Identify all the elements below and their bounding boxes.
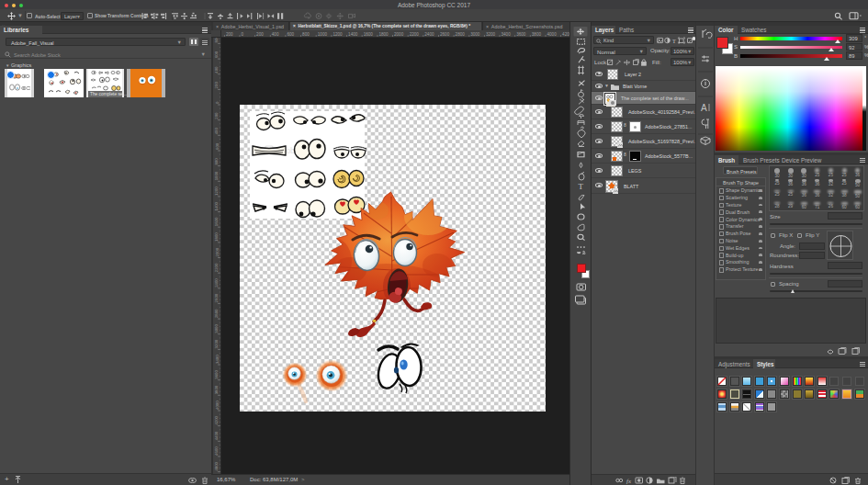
svg-text:4400: 4400 bbox=[215, 431, 220, 440]
svg-text:2000: 2000 bbox=[394, 32, 404, 37]
svg-text:1200: 1200 bbox=[333, 32, 343, 37]
svg-text:3400: 3400 bbox=[502, 32, 512, 37]
svg-text:2000: 2000 bbox=[215, 247, 220, 256]
svg-text:2400: 2400 bbox=[424, 32, 434, 37]
svg-text:3000: 3000 bbox=[470, 32, 480, 37]
svg-text:2600: 2600 bbox=[440, 32, 450, 37]
svg-text:4600: 4600 bbox=[215, 446, 220, 456]
svg-text:200: 200 bbox=[215, 82, 220, 89]
svg-text:4000: 4000 bbox=[215, 400, 220, 410]
svg-text:400: 400 bbox=[215, 128, 220, 135]
svg-text:800: 800 bbox=[215, 158, 220, 165]
svg-text:1600: 1600 bbox=[215, 217, 220, 226]
svg-text:600: 600 bbox=[215, 142, 220, 150]
svg-text:200: 200 bbox=[226, 32, 233, 37]
svg-text:1800: 1800 bbox=[215, 232, 220, 242]
svg-text:2200: 2200 bbox=[410, 32, 420, 37]
svg-text:400: 400 bbox=[272, 32, 279, 37]
svg-text:1600: 1600 bbox=[364, 32, 374, 37]
svg-text:200: 200 bbox=[256, 32, 264, 37]
svg-text:4200: 4200 bbox=[562, 32, 569, 37]
svg-text:4000: 4000 bbox=[547, 32, 558, 37]
svg-text:3200: 3200 bbox=[215, 339, 220, 348]
svg-text:800: 800 bbox=[215, 38, 220, 42]
svg-text:3400: 3400 bbox=[215, 355, 220, 364]
svg-text:T: T bbox=[672, 38, 677, 44]
svg-text:2200: 2200 bbox=[215, 263, 220, 272]
svg-text:3200: 3200 bbox=[486, 32, 496, 37]
svg-text:200: 200 bbox=[215, 112, 220, 119]
svg-text:1000: 1000 bbox=[215, 171, 220, 180]
svg-text:1200: 1200 bbox=[215, 186, 220, 196]
svg-text:0: 0 bbox=[242, 32, 244, 37]
svg-text:3600: 3600 bbox=[516, 32, 526, 37]
svg-text:600: 600 bbox=[215, 51, 220, 58]
svg-text:1400: 1400 bbox=[348, 32, 358, 37]
svg-text:3600: 3600 bbox=[215, 370, 220, 379]
svg-text:1400: 1400 bbox=[215, 201, 220, 210]
svg-text:1000: 1000 bbox=[318, 32, 328, 37]
svg-text:2400: 2400 bbox=[215, 278, 220, 288]
svg-text:fx: fx bbox=[626, 478, 632, 485]
svg-text:4800: 4800 bbox=[215, 461, 220, 470]
svg-text:1800: 1800 bbox=[378, 32, 389, 37]
svg-text:T: T bbox=[579, 183, 584, 191]
svg-text:0: 0 bbox=[215, 101, 220, 104]
svg-text:600: 600 bbox=[287, 32, 294, 37]
svg-text:A: A bbox=[701, 103, 707, 113]
svg-text:400: 400 bbox=[215, 66, 220, 73]
svg-text:2600: 2600 bbox=[215, 293, 220, 302]
svg-text:4200: 4200 bbox=[215, 415, 220, 424]
svg-text:3800: 3800 bbox=[532, 32, 542, 37]
svg-text:3800: 3800 bbox=[215, 385, 220, 394]
svg-text:3000: 3000 bbox=[215, 324, 220, 333]
svg-text:800: 800 bbox=[302, 32, 310, 37]
svg-text:2800: 2800 bbox=[456, 32, 466, 37]
svg-text:2800: 2800 bbox=[215, 309, 220, 318]
